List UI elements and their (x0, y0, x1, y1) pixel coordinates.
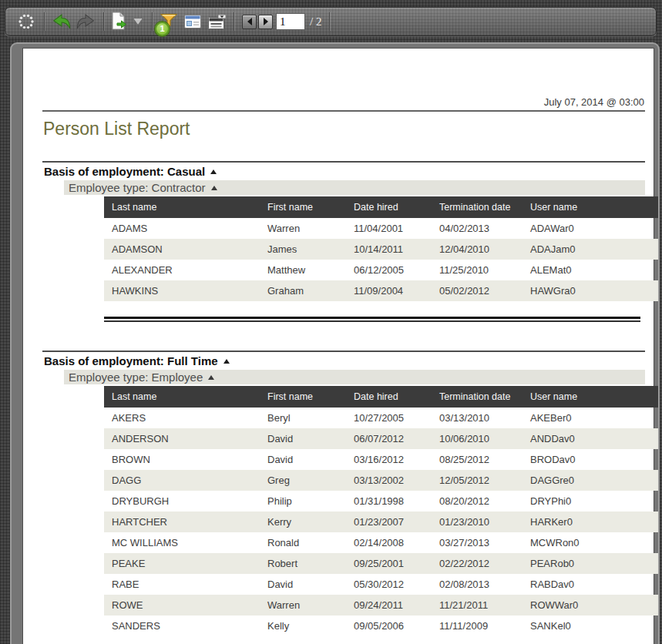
table-cell: 03/13/2010 (432, 408, 523, 428)
group-type-text: Employee type: Contractor (69, 181, 206, 194)
column-header: Termination date (432, 386, 523, 408)
table-cell: 03/27/2013 (432, 532, 523, 553)
next-page-button[interactable] (258, 15, 273, 29)
table-row: DRYBURGHPhilip01/31/199808/20/2012DRYPhi… (104, 491, 660, 512)
table-cell: Graham (260, 280, 346, 301)
export-options-button[interactable] (132, 17, 144, 26)
collapse-triangle-icon[interactable] (210, 169, 217, 174)
table-cell: 08/20/2012 (432, 491, 523, 512)
table-cell: David (260, 574, 346, 595)
view-panel-button[interactable] (208, 15, 226, 29)
toolbar-separator (152, 12, 153, 31)
collapse-triangle-icon[interactable] (211, 186, 217, 190)
column-header: User name (523, 196, 660, 218)
table-cell: 02/14/2008 (346, 532, 432, 553)
table-cell: 01/31/1998 (346, 491, 432, 512)
export-button[interactable] (110, 12, 129, 32)
table-cell: 03/13/2002 (346, 470, 432, 491)
group-type-header[interactable]: Employee type: Employee (64, 370, 645, 384)
table-cell: 02/22/2012 (432, 553, 523, 574)
table-cell: David (260, 449, 346, 470)
report-groups: Basis of employment: Casual Employee typ… (23, 161, 654, 644)
column-header: First name (260, 196, 346, 218)
table-cell: 09/25/2001 (346, 553, 432, 574)
parameters-window-button[interactable] (184, 15, 201, 29)
table-cell: 06/12/2005 (346, 260, 432, 280)
table-cell: ADAMSON (104, 239, 260, 260)
redo-button[interactable] (76, 13, 96, 30)
toolbar-separator (234, 12, 234, 31)
table-cell: 10/06/2010 (432, 428, 523, 449)
table-cell: Greg (260, 470, 346, 491)
table-cell: 11/25/2010 (432, 260, 523, 280)
table-cell: ADAJam0 (523, 239, 660, 260)
table-cell: 03/16/2012 (346, 449, 432, 470)
table-row: DAGGGreg03/13/200212/05/2012DAGGre0 (104, 470, 660, 491)
table-header-row: Last nameFirst nameDate hiredTermination… (104, 386, 660, 408)
table-cell: PEAKE (104, 553, 260, 574)
toolbar-separator (329, 12, 330, 31)
table-cell: ROWWar0 (523, 595, 660, 615)
person-table: Last nameFirst nameDate hiredTermination… (104, 196, 660, 301)
group-basis-header[interactable]: Basis of employment: Casual (44, 165, 654, 178)
table-cell: DAGG (104, 470, 260, 491)
toolbar-separator (103, 12, 104, 31)
table-cell: ANDDav0 (523, 428, 660, 449)
table-cell: DAGGre0 (523, 470, 660, 491)
table-cell: 11/09/2004 (346, 280, 432, 301)
toolbar-separator (44, 12, 45, 31)
table-cell: SANKel0 (523, 615, 660, 636)
table-cell: 10/14/2011 (346, 239, 432, 260)
undo-button[interactable] (52, 13, 72, 30)
previous-page-button[interactable] (242, 15, 257, 29)
table-cell: 09/05/2006 (346, 615, 432, 636)
parameters-window-icon (184, 15, 201, 29)
column-header: User name (523, 386, 660, 408)
filter-button[interactable]: 1 (160, 12, 177, 31)
group-rule (42, 161, 645, 163)
table-cell: HARTCHER (104, 512, 260, 532)
report-group: Basis of employment: Full Time Employee … (23, 351, 654, 644)
table-cell: 12/04/2010 (432, 239, 523, 260)
collapse-triangle-icon[interactable] (208, 375, 214, 380)
table-cell: Matthew (260, 260, 346, 280)
table-cell: MC WILLIAMS (104, 532, 260, 553)
table-cell: David (260, 428, 346, 449)
table-row: AKERSBeryl10/27/200503/13/2010AKEBer0 (104, 408, 660, 428)
table-cell: Beryl (260, 408, 346, 428)
table-cell: Robert (260, 553, 346, 574)
table-cell: ADAMS (104, 218, 260, 239)
table-row: HARTCHERKerry01/23/200701/23/2010HARKer0 (104, 512, 660, 532)
group-basis-header[interactable]: Basis of employment: Full Time (44, 354, 654, 367)
table-cell: 09/24/2011 (346, 595, 432, 615)
column-header: Date hired (346, 196, 432, 218)
toolbar: 1 / 2 (5, 7, 657, 36)
page-number-input[interactable] (276, 13, 305, 30)
table-cell: Ronald (260, 532, 346, 553)
table-row: ALEXANDERMatthew06/12/200511/25/2010ALEM… (104, 260, 660, 280)
table-cell: SANDERS (104, 615, 260, 636)
export-icon (110, 12, 129, 32)
column-header: Termination date (432, 196, 523, 218)
table-cell: Warren (260, 595, 346, 615)
table-cell: PEARob0 (523, 553, 660, 574)
table-cell: 06/07/2012 (346, 428, 432, 449)
person-table: Last nameFirst nameDate hiredTermination… (104, 386, 660, 636)
undo-icon (52, 13, 72, 30)
filter-count-badge: 1 (155, 22, 170, 36)
table-row: PEAKERobert09/25/200102/22/2012PEARob0 (104, 553, 660, 574)
table-cell: HAWKINS (104, 280, 260, 301)
table-cell: 05/02/2012 (432, 280, 523, 301)
table-cell: 04/02/2013 (432, 218, 523, 239)
group-type-header[interactable]: Employee type: Contractor (64, 180, 645, 195)
collapse-triangle-icon[interactable] (223, 359, 230, 364)
table-row: SANDERSKelly09/05/200611/11/2009SANKel0 (104, 615, 660, 636)
table-cell: 10/27/2005 (346, 408, 432, 428)
table-cell: BROWN (104, 449, 260, 470)
table-row: ADAMSONJames10/14/201112/04/2010ADAJam0 (104, 239, 660, 260)
table-cell: Kelly (260, 615, 346, 636)
table-cell: 12/05/2012 (432, 470, 523, 491)
previous-page-icon (247, 18, 252, 25)
table-cell: ADAWar0 (523, 218, 660, 239)
table-cell: DRYBURGH (104, 491, 260, 512)
